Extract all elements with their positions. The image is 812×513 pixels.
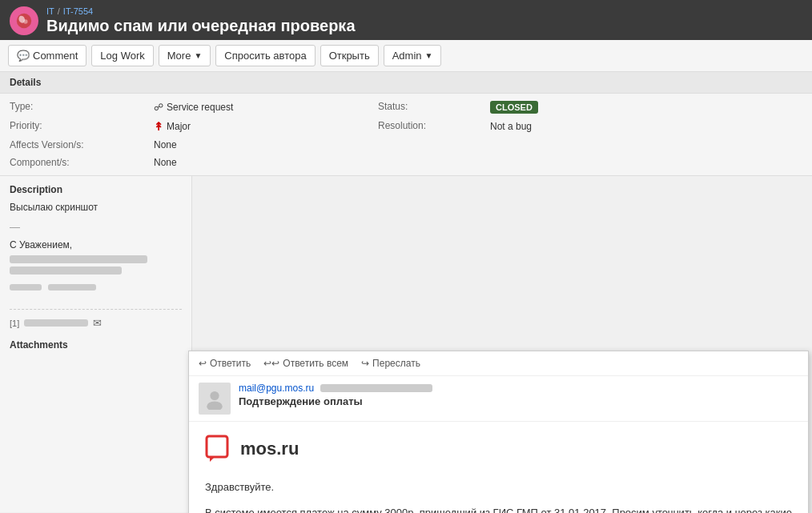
reply-button[interactable]: ↩ Ответить [199, 358, 251, 369]
details-section: Details Type: ☍ Service request Status: … [0, 72, 812, 176]
details-grid: Type: ☍ Service request Status: CLOSED P… [0, 94, 812, 175]
admin-button[interactable]: Admin ▼ [384, 45, 442, 66]
blurred-name-1 [10, 255, 147, 263]
mos-brand-text: mos.ru [240, 439, 299, 459]
left-panel: Description Высылаю скриншот — С Уважени… [0, 176, 192, 512]
reply-icon: ↩ [199, 358, 207, 369]
type-label: Type: [10, 98, 154, 116]
email-to-blurred [320, 384, 432, 392]
priority-value: ↟ Major [154, 118, 378, 135]
priority-icon: ↟ [154, 120, 163, 133]
email-subject: Подтверждение оплаты [239, 395, 798, 407]
header-text: IT / IT-7554 Видимо спам или очередная п… [46, 6, 356, 35]
app-logo [10, 6, 38, 35]
reply-all-button[interactable]: ↩↩ Ответить всем [263, 358, 348, 369]
toolbar: 💬 Comment Log Work More ▼ Спросить автор… [0, 40, 812, 72]
regards-text: С Уважением, [10, 239, 182, 250]
priority-label: Priority: [10, 118, 154, 135]
reply-all-icon: ↩↩ [263, 358, 279, 369]
svg-rect-5 [207, 436, 227, 457]
avatar [199, 383, 231, 415]
email-greeting: Здравствуйте. [205, 479, 792, 495]
breadcrumb-sep: / [58, 6, 60, 16]
resolution-value: Not a bug [490, 118, 802, 135]
comment-button[interactable]: 💬 Comment [8, 45, 86, 66]
type-value: ☍ Service request [154, 98, 378, 116]
status-value: CLOSED [490, 98, 802, 116]
status-label: Status: [378, 98, 490, 116]
affects-label: Affects Version/s: [10, 137, 154, 153]
email-modal: ↩ Ответить ↩↩ Ответить всем ↪ Переслать [188, 351, 809, 513]
status-badge: CLOSED [490, 101, 538, 114]
blurred-line-4 [48, 284, 96, 291]
details-header: Details [0, 72, 812, 94]
email-body-text: В системе имеется платеж на сумму 3000р,… [205, 505, 792, 514]
main-area: Description Высылаю скриншот — С Уважени… [0, 176, 812, 512]
forward-icon: ↪ [361, 358, 369, 369]
mos-logo: mos.ru [205, 435, 792, 463]
blurred-email-ref [24, 319, 88, 327]
open-button[interactable]: Открыть [320, 45, 379, 66]
breadcrumb: IT / IT-7554 [46, 6, 356, 16]
email-from-address: mail@pgu.mos.ru [239, 383, 314, 394]
components-value: None [154, 154, 378, 170]
page-header: IT / IT-7554 Видимо спам или очередная п… [0, 0, 812, 40]
svg-point-3 [210, 391, 219, 400]
svg-point-4 [207, 402, 223, 411]
description-text: Высылаю скриншот [10, 200, 182, 214]
more-arrow-icon: ▼ [194, 51, 202, 60]
blurred-name-2 [10, 267, 122, 275]
forward-button[interactable]: ↪ Переслать [361, 358, 420, 369]
components-label: Component/s: [10, 154, 154, 170]
attachments-section: Attachments [10, 339, 182, 351]
admin-arrow-icon: ▼ [425, 51, 433, 60]
description-header: Description [10, 184, 182, 195]
envelope-icon: ✉ [93, 317, 102, 329]
email-meta: mail@pgu.mos.ru Подтверждение оплаты [239, 383, 798, 415]
resolution-label: Resolution: [378, 118, 490, 135]
logwork-button[interactable]: Log Work [91, 45, 153, 66]
envelope-row: [1] ✉ [10, 309, 182, 330]
email-header: mail@pgu.mos.ru Подтверждение оплаты [189, 376, 808, 422]
page-title: Видимо спам или очередная проверка [46, 17, 356, 35]
divider: — [10, 221, 182, 233]
ask-author-button[interactable]: Спросить автора [215, 45, 315, 66]
service-request-icon: ☍ [154, 102, 163, 113]
breadcrumb-issue[interactable]: IT-7554 [63, 6, 93, 16]
blurred-line-3 [10, 284, 42, 291]
affects-value: None [154, 137, 378, 153]
comment-icon: 💬 [17, 50, 30, 62]
breadcrumb-it[interactable]: IT [46, 6, 54, 16]
email-from-row: mail@pgu.mos.ru [239, 383, 798, 394]
email-actions-bar: ↩ Ответить ↩↩ Ответить всем ↪ Переслать [189, 351, 808, 376]
email-body: mos.ru Здравствуйте. В системе имеется п… [189, 422, 808, 513]
attachments-header: Attachments [10, 339, 182, 351]
list-number: [1] [10, 319, 19, 328]
more-button[interactable]: More ▼ [159, 45, 211, 66]
svg-point-2 [23, 19, 28, 24]
